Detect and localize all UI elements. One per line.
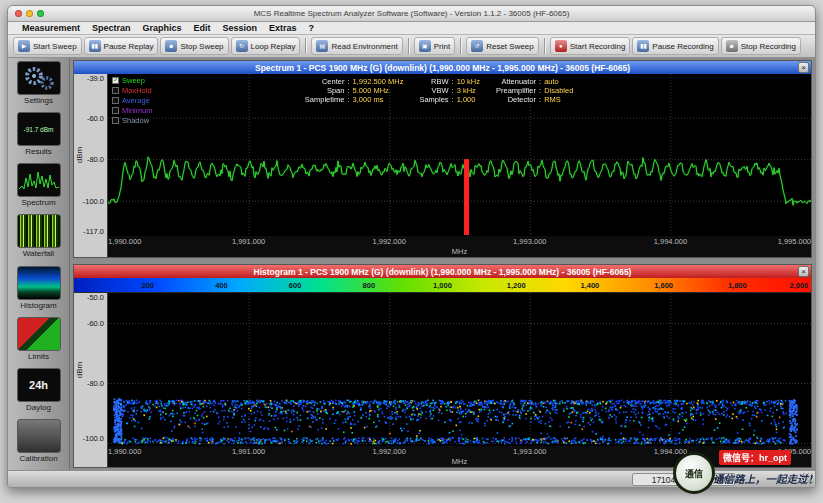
y-tick-label: -80.0	[87, 155, 104, 164]
y-tick-label: -100.0	[83, 196, 104, 205]
sidebar-item-histogram[interactable]: Histogram	[11, 266, 67, 317]
legend-row-average[interactable]: Average	[112, 96, 152, 105]
info-label: RBW	[419, 77, 448, 86]
colorbar-tick-label: 800	[363, 281, 376, 290]
sidebar-item-calibration[interactable]: Calibration	[11, 419, 67, 470]
histogram-close-icon[interactable]	[798, 266, 809, 277]
legend-row-shadow[interactable]: Shadow	[112, 116, 152, 125]
info-value: RMS	[544, 95, 573, 104]
x-tick-label: 1,993.000	[513, 237, 546, 246]
menu-item-item[interactable]: ?	[303, 23, 321, 33]
sidebar-item-label: Calibration	[19, 454, 57, 463]
info-label: Sampletime	[305, 95, 345, 104]
settings-icon	[17, 61, 61, 95]
sidebar-item-daylog[interactable]: 24hDaylog	[11, 368, 67, 419]
play-icon: ▶	[18, 40, 30, 52]
legend-checkbox-maxhold[interactable]	[112, 87, 119, 94]
toolbar-button-stop-sweep[interactable]: ■Stop Sweep	[160, 37, 228, 55]
spectrum-x-axis: MHz 1,990.0001,991.0001,992.0001,993.000…	[74, 236, 811, 257]
sidebar-item-label: Settings	[24, 96, 53, 105]
sidebar-item-label: Limits	[28, 352, 49, 361]
spectrum-plot-row: dBm -39.0-60.0-80.0-100.0-117.0 SweepMax…	[74, 74, 811, 236]
y-tick-label: -100.0	[83, 434, 104, 443]
monitor-icon: ▤	[316, 40, 328, 52]
menu-item-edit[interactable]: Edit	[188, 23, 217, 33]
main-area: Spectrum 1 - PCS 1900 MHz (G) (downlink)…	[70, 58, 815, 470]
spectrum-plot[interactable]: SweepMaxHoldAverageMinimumShadow Center:…	[108, 74, 811, 236]
toolbar-button-start-recording[interactable]: ●Start Recording	[550, 37, 631, 55]
spectrum-panel-titlebar[interactable]: Spectrum 1 - PCS 1900 MHz (G) (downlink)…	[74, 61, 811, 74]
titlebar[interactable]: MCS Realtime Spectrum Analyzer Software …	[8, 6, 815, 22]
toolbar-button-print[interactable]: ▣Print	[414, 37, 455, 55]
spectrum-icon	[17, 163, 61, 197]
sidebar-item-spectrum[interactable]: Spectrum	[11, 163, 67, 214]
sidebar-item-waterfall[interactable]: Waterfall	[11, 214, 67, 265]
legend-checkbox-sweep[interactable]	[112, 77, 119, 84]
watermark-wechat-badge: 微信号：hr_opt	[719, 450, 791, 465]
colorbar-tick-label: 600	[289, 281, 302, 290]
colorbar-tick-label: 1,800	[728, 281, 747, 290]
watermark-slogan: 通信路上，一起走过！	[713, 471, 818, 486]
y-tick-label: -60.0	[87, 319, 104, 328]
spectrum-x-ticks: MHz 1,990.0001,991.0001,992.0001,993.000…	[108, 236, 811, 257]
y-tick-label: -60.0	[87, 113, 104, 122]
toolbar-separator	[460, 38, 461, 54]
reset-icon: ↺	[471, 40, 483, 52]
toolbar-button-loop-replay[interactable]: ↻Loop Replay	[231, 37, 301, 55]
toolbar-button-stop-recording[interactable]: ■Stop Recording	[721, 37, 801, 55]
toolbar-button-read-environment[interactable]: ▤Read Environment	[311, 37, 402, 55]
loop-icon: ↻	[236, 40, 248, 52]
histogram-y-axis: dBm -50.0-60.0-80.0-100.0	[74, 293, 108, 446]
sidebar-item-label: Waterfall	[23, 249, 54, 258]
histogram-icon	[17, 266, 61, 300]
spectrum-x-axis-spacer	[74, 236, 108, 257]
results-value: -91.7 dBm	[24, 126, 54, 133]
histogram-y-unit: dBm	[75, 361, 84, 377]
legend-label: Sweep	[122, 76, 145, 85]
spectrum-close-icon[interactable]	[798, 62, 809, 73]
histogram-panel-titlebar[interactable]: Histogram 1 - PCS 1900 MHz (G) (downlink…	[74, 265, 811, 278]
spectrum-panel-title: Spectrum 1 - PCS 1900 MHz (G) (downlink)…	[255, 63, 630, 73]
legend-row-sweep[interactable]: Sweep	[112, 76, 152, 85]
y-tick-label: -50.0	[87, 293, 104, 302]
info-value: 1,992.500 MHz	[353, 77, 404, 86]
sidebar-item-label: Histogram	[20, 301, 56, 310]
pause-icon: ▮▮	[637, 40, 649, 52]
sidebar-item-results[interactable]: -91.7 dBmResults	[11, 112, 67, 163]
menu-item-spectran[interactable]: Spectran	[86, 23, 137, 33]
menu-item-measurement[interactable]: Measurement	[16, 23, 86, 33]
sidebar-item-limits[interactable]: Limits	[11, 317, 67, 368]
info-label: Detector	[496, 95, 536, 104]
x-tick-label: 1,991.000	[232, 237, 265, 246]
minimize-window-button[interactable]	[26, 10, 33, 17]
legend-checkbox-average[interactable]	[112, 97, 119, 104]
legend-row-minimum[interactable]: Minimum	[112, 106, 152, 115]
watermark-seal-logo: 通信	[673, 452, 715, 494]
menu-item-extras[interactable]: Extras	[263, 23, 303, 33]
menu-item-graphics[interactable]: Graphics	[137, 23, 188, 33]
colorbar-tick-label: 1,000	[433, 281, 452, 290]
toolbar-separator	[305, 38, 306, 54]
legend-row-maxhold[interactable]: MaxHold	[112, 86, 152, 95]
close-window-button[interactable]	[15, 10, 22, 17]
toolbar-button-pause-replay[interactable]: ▮▮Pause Replay	[84, 37, 159, 55]
x-tick-label: 1,990.000	[108, 447, 141, 456]
toolbar-button-start-sweep[interactable]: ▶Start Sweep	[13, 37, 82, 55]
x-tick-label: 1,992.000	[373, 237, 406, 246]
spectrum-legend: SweepMaxHoldAverageMinimumShadow	[112, 76, 152, 125]
toolbar-button-reset-sweep[interactable]: ↺Reset Sweep	[466, 37, 539, 55]
waterfall-icon	[17, 214, 61, 248]
x-tick-label: 1,995.000	[778, 237, 811, 246]
spectrum-y-axis: dBm -39.0-60.0-80.0-100.0-117.0	[74, 74, 108, 236]
legend-checkbox-minimum[interactable]	[112, 107, 119, 114]
legend-checkbox-shadow[interactable]	[112, 117, 119, 124]
toolbar-button-pause-recording[interactable]: ▮▮Pause Recording	[632, 37, 718, 55]
menu-item-session[interactable]: Session	[217, 23, 264, 33]
sidebar-item-settings[interactable]: Settings	[11, 61, 67, 112]
info-label: Center	[305, 77, 345, 86]
info-value: 1,000	[457, 95, 480, 104]
info-value: 5.000 MHz	[353, 86, 404, 95]
histogram-plot[interactable]	[108, 293, 811, 446]
zoom-window-button[interactable]	[37, 10, 44, 17]
content: Settings-91.7 dBmResultsSpectrumWaterfal…	[8, 58, 815, 470]
